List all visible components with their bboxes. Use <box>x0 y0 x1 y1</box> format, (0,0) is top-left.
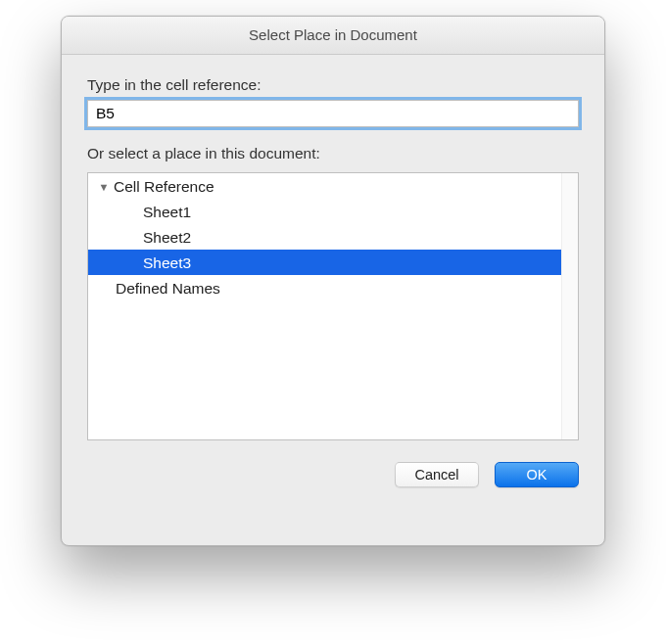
tree-item-sheet2[interactable]: Sheet2 <box>88 224 561 250</box>
tree-group-cell-reference[interactable]: ▼Cell Reference <box>88 173 561 199</box>
cell-reference-field-wrap <box>87 100 579 127</box>
disclosure-triangle-icon[interactable]: ▼ <box>94 174 114 200</box>
ok-button[interactable]: OK <box>495 462 579 487</box>
dialog-window: Select Place in Document Type in the cel… <box>61 16 605 546</box>
tree-group-defined-names[interactable]: Defined Names <box>88 275 561 300</box>
tree-item-sheet1[interactable]: Sheet1 <box>88 199 561 224</box>
dialog-button-row: Cancel OK <box>87 462 579 487</box>
place-tree-list[interactable]: ▼Cell Reference Sheet1 Sheet2 Sheet3 Def… <box>88 173 561 439</box>
dialog-content: Type in the cell reference: Or select a … <box>62 55 604 505</box>
cancel-button[interactable]: Cancel <box>395 462 479 487</box>
tree-group-label: Cell Reference <box>114 178 214 195</box>
tree-item-sheet3[interactable]: Sheet3 <box>88 250 561 275</box>
select-place-label: Or select a place in this document: <box>87 145 579 162</box>
cell-reference-label: Type in the cell reference: <box>87 76 579 94</box>
scrollbar-track[interactable] <box>561 173 578 439</box>
place-tree: ▼Cell Reference Sheet1 Sheet2 Sheet3 Def… <box>87 172 579 440</box>
dialog-title: Select Place in Document <box>62 17 604 55</box>
cell-reference-input[interactable] <box>87 100 579 127</box>
